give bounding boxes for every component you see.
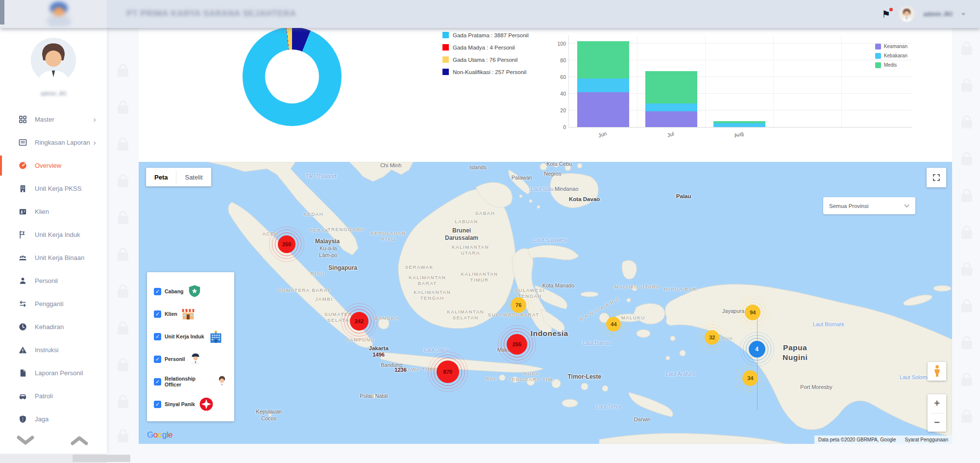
sidebar-item-label: Unit Kerja Induk: [35, 231, 80, 238]
sidebar-item-ringkasan-laporan[interactable]: Ringkasan Laporan›: [0, 131, 107, 154]
indonesia-map[interactable]: Tlk. ThailandChi MinhIslandsKota CebuNeg…: [139, 162, 952, 444]
donut-legend-item: Gada Pratama : 3887 Personil: [442, 29, 529, 41]
lock-icon: [961, 414, 972, 423]
lock-icon: [118, 216, 128, 224]
chevron-right-icon: ›: [93, 115, 96, 124]
sidebar-item-label: Instruksi: [35, 346, 58, 354]
street-view-pegman-button[interactable]: [928, 362, 946, 381]
satellite-button[interactable]: Satelit: [176, 168, 211, 186]
map-marker-red-255[interactable]: 255: [507, 334, 527, 355]
y-axis-tick: 60: [549, 74, 566, 80]
sidebar-item-personil[interactable]: Personil: [0, 269, 107, 292]
bar-segment-keamanan: [577, 92, 629, 127]
sidebar-item-patroli[interactable]: Patroli: [0, 385, 107, 408]
car-icon: [18, 391, 27, 401]
person-icon: [18, 276, 27, 285]
legend-swatch: [442, 44, 449, 51]
province-filter-select[interactable]: Semua Provinsi: [823, 197, 915, 214]
y-axis-tick: 100: [549, 41, 566, 47]
profile-block: admin JKl: [0, 28, 107, 97]
layer-label: Klien: [165, 311, 177, 317]
sidebar-item-kehadiran[interactable]: Kehadiran: [0, 315, 107, 338]
sidebar-item-master[interactable]: Master›: [0, 108, 107, 131]
chevron-down-icon[interactable]: [16, 435, 35, 448]
sidebar-item-label: Pengganti: [35, 300, 64, 308]
sidebar-item-label: Laporan Personil: [35, 369, 83, 377]
lock-icon: [961, 231, 972, 239]
legend-swatch: [442, 56, 449, 63]
chevron-up-icon[interactable]: [70, 435, 89, 448]
layer-label: Unit Kerja Induk: [165, 334, 204, 339]
sidebar-menu: Master›Ringkasan Laporan›OverviewUnit Ke…: [0, 108, 107, 431]
sidebar-item-label: Jaga: [35, 415, 49, 423]
status-bar-remnant: [73, 455, 130, 462]
legend-label: Gada Utama : 76 Personil: [453, 57, 517, 63]
map-marker-red-870[interactable]: 870: [437, 360, 459, 383]
map-marker-yellow-44[interactable]: 44: [606, 317, 621, 332]
gridline: [637, 35, 637, 127]
sidebar-item-label: Unit Kerja Binaan: [35, 254, 84, 261]
zoom-out-button[interactable]: −: [928, 413, 946, 432]
legend-swatch: [875, 62, 881, 68]
sidebar-item-klien[interactable]: Klien: [0, 200, 107, 223]
profile-avatar[interactable]: [31, 38, 76, 83]
bar-jun: [577, 35, 629, 127]
document-icon: [18, 368, 27, 378]
sidebar-item-jaga[interactable]: Jaga: [0, 408, 107, 431]
legend-swatch: [875, 44, 881, 50]
map-marker-red-242[interactable]: 242: [350, 312, 368, 331]
flag-icon: [18, 230, 27, 239]
sidebar-item-label: Patroli: [35, 392, 53, 400]
layer-row-personil: ✓Personil: [154, 348, 229, 370]
map-marker-yellow-34[interactable]: 34: [742, 370, 758, 386]
map-button[interactable]: Peta: [146, 168, 176, 186]
map-cluster-count: 1496: [372, 352, 384, 358]
user-name[interactable]: admin JKl: [923, 11, 953, 18]
shield-badge-icon: [187, 284, 202, 299]
terms-link[interactable]: Syarat Penggunaan: [905, 437, 948, 442]
lock-icon: [118, 69, 128, 77]
sidebar-item-label: Master: [35, 116, 54, 123]
map-marker-yellow-32[interactable]: 32: [705, 330, 719, 345]
google-logo[interactable]: Google: [147, 430, 172, 440]
layer-checkbox-sinyal-panik[interactable]: ✓: [154, 401, 161, 408]
bar-segment-medis: [645, 71, 697, 103]
profile-name: admin JKl: [0, 90, 107, 97]
grid-icon: [18, 115, 27, 124]
layer-checkbox-relationship-officer[interactable]: ✓: [154, 378, 161, 386]
layer-checkbox-personil[interactable]: ✓: [154, 356, 161, 363]
legend-swatch: [442, 69, 449, 75]
zoom-in-button[interactable]: +: [928, 394, 946, 413]
map-marker-red-250[interactable]: 250: [278, 235, 295, 253]
legend-swatch: [442, 32, 449, 38]
sidebar-item-unit-kerja-pkss[interactable]: Unit Kerja PKSS: [0, 177, 107, 200]
legend-label: Gada Pratama : 3887 Personil: [453, 32, 529, 38]
map-marker-yellow-76[interactable]: 76: [511, 297, 526, 313]
swap-icon: [18, 299, 27, 309]
sidebar-item-unit-kerja-binaan[interactable]: Unit Kerja Binaan: [0, 246, 107, 269]
map-marker-yellow-94[interactable]: 94: [745, 305, 760, 320]
donut-legend: Gada Pratama : 3887 PersonilGada Madya :…: [442, 29, 529, 78]
notification-dot: [889, 8, 893, 11]
sidebar-item-overview[interactable]: Overview: [0, 154, 107, 177]
bar-segment-kebakaran: [645, 103, 697, 111]
sidebar-item-unit-kerja-induk[interactable]: Unit Kerja Induk: [0, 223, 107, 246]
user-avatar[interactable]: [899, 6, 914, 22]
marker-count: 32: [709, 334, 715, 340]
layer-checkbox-cabang[interactable]: ✓: [154, 288, 161, 295]
corner-strip: [0, 0, 4, 25]
lock-icon: [961, 304, 972, 312]
lock-icon: [118, 253, 128, 261]
layer-checkbox-unit-kerja-induk[interactable]: ✓: [154, 333, 161, 340]
fullscreen-button[interactable]: [927, 168, 946, 187]
sidebar-item-instruksi[interactable]: Instruksi: [0, 338, 107, 361]
sidebar-item-label: Unit Kerja PKSS: [35, 185, 81, 192]
donut-legend-item: Gada Madya : 4 Personil: [442, 41, 529, 53]
map-marker-blue-4[interactable]: 4: [749, 341, 765, 358]
notifications-flag-icon[interactable]: ⚑: [882, 9, 890, 19]
sidebar-item-pengganti[interactable]: Pengganti: [0, 292, 107, 315]
layer-row-sinyal-panik: ✓Sinyal Panik: [154, 393, 229, 415]
sidebar-item-laporan-personil[interactable]: Laporan Personil: [0, 361, 107, 385]
y-axis-tick: 80: [549, 57, 566, 63]
layer-checkbox-klien[interactable]: ✓: [154, 310, 161, 318]
